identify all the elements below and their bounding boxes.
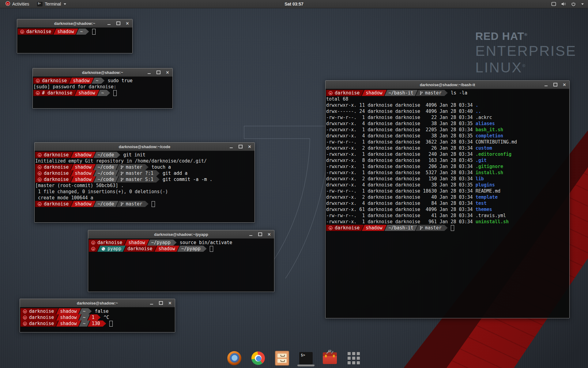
window-titlebar[interactable]: darknoise@shadow:~ ✕	[17, 19, 132, 28]
terminal-content[interactable]: darknoiseshadow~/codegit initInitialized…	[35, 151, 254, 222]
prompt-segment-user: darknoise	[35, 152, 73, 158]
minimize-button[interactable]	[248, 232, 253, 237]
firefox-icon	[227, 351, 241, 365]
ls-row: -rwxrwxr-x. 1 darknoise darknoise 206 Ja…	[326, 163, 569, 170]
ls-row: -rwxrwxr-x. 1 darknoise darknoise 961 Ja…	[326, 219, 569, 225]
command-text: ls -la	[451, 90, 467, 96]
output-line: total 68	[326, 96, 569, 102]
ls-filename: themes	[476, 207, 492, 212]
ls-row: drwxrwxr-x. 4 darknoise darknoise 38 Jan…	[326, 182, 569, 188]
toolbox-icon	[323, 352, 337, 364]
clock-area: Sat 03:57	[0, 2, 588, 6]
ls-filename: CONTRIBUTING.md	[476, 139, 517, 145]
window-titlebar[interactable]: darknoise@shadow:~/code ✕	[35, 143, 254, 151]
window-title: darknoise@shadow:~	[54, 21, 95, 26]
terminal-cursor	[210, 246, 213, 252]
maximize-button[interactable]	[258, 232, 262, 237]
dock-item-chrome[interactable]	[251, 350, 266, 366]
redhat-icon	[91, 247, 95, 251]
close-button[interactable]: ✕	[125, 21, 130, 26]
ls-row: -rwxrwxr-x. 1 darknoise darknoise 240 Ja…	[326, 151, 569, 157]
prompt-segment-host: shadow	[56, 314, 81, 320]
close-button[interactable]: ✕	[247, 144, 252, 149]
prompt-line: darknoiseshadow~/pyappsource bin/activat…	[89, 240, 273, 246]
prompt-segment-git: master	[416, 225, 448, 231]
terminal-cursor	[451, 225, 454, 231]
close-button[interactable]: ✕	[562, 82, 567, 87]
ls-row: drwxrwxr-x. 4 darknoise darknoise 84 Jan…	[326, 200, 569, 206]
redhat-icon	[38, 153, 42, 157]
window-title: darknoise@shadow:~/pyapp	[154, 232, 208, 237]
dock-item-firefox[interactable]	[227, 350, 242, 366]
terminal-cursor	[109, 321, 113, 327]
prompt-line: darknoiseshadow~/codegit init	[35, 152, 254, 158]
branch-icon	[120, 171, 124, 175]
close-button[interactable]: ✕	[165, 70, 170, 75]
window-titlebar[interactable]: darknoise@shadow:~ ✕	[33, 68, 172, 77]
output-line: [sudo] password for darknoise:	[33, 84, 172, 90]
prompt-segment-user: darknoise	[326, 90, 364, 96]
minimize-button[interactable]	[149, 301, 154, 305]
terminal-window: darknoise@shadow:~/pyapp ✕ darknoiseshad…	[88, 230, 274, 292]
redhat-icon	[20, 30, 24, 34]
prompt-line: darknoiseshadow~/codemastertouch a	[35, 164, 254, 170]
maximize-button[interactable]	[158, 301, 163, 305]
clock[interactable]: Sat 03:57	[285, 2, 303, 6]
output-line: [master (root-commit) 50bcb63] .	[35, 182, 254, 189]
prompt-segment-git: master	[116, 164, 149, 170]
maximize-button[interactable]	[116, 21, 121, 26]
prompt-segment-user: # darknoise	[33, 90, 77, 96]
maximize-button[interactable]	[553, 82, 558, 87]
redhat-icon	[38, 202, 42, 206]
dock-item-app-grid[interactable]	[346, 350, 361, 366]
window-titlebar[interactable]: darknoise@shadow:~ ✕	[20, 299, 175, 307]
terminal-content[interactable]: darknoiseshadow~sudo true[sudo] password…	[33, 77, 172, 108]
minimize-button[interactable]	[107, 21, 111, 26]
close-button[interactable]: ✕	[168, 301, 172, 305]
activities-button[interactable]: Activities	[2, 0, 32, 8]
terminal-content[interactable]: darknoiseshadow~/pyappsource bin/activat…	[88, 239, 274, 292]
dock-item-terminal[interactable]: $>	[299, 350, 313, 366]
terminal-window: darknoise@shadow:~/bash-it ✕ darknoisesh…	[325, 80, 570, 318]
prompt-segment-path: ~/pyapp	[147, 240, 176, 246]
chevron-down-icon	[64, 3, 66, 5]
terminal-content[interactable]: darknoiseshadow~/bash-itmasterls -latota…	[326, 89, 569, 318]
prompt-line: darknoiseshadow~sudo true	[33, 78, 172, 84]
terminal-content[interactable]: darknoiseshadow~	[17, 28, 132, 53]
prompt-segment-user: darknoise	[21, 314, 58, 320]
prompt-line: darknoiseshadow~/codemaster	[35, 201, 254, 207]
prompt-segment-host: shadow	[71, 170, 96, 176]
command-text: git commit -a -m .	[163, 176, 213, 182]
dock-item-files[interactable]	[275, 350, 289, 366]
prompt-line: darknoiseshadow~1^C	[21, 314, 174, 320]
maximize-button[interactable]	[156, 70, 161, 75]
terminal-content[interactable]: darknoiseshadow~falsedarknoiseshadow~1^C…	[20, 307, 175, 332]
python-icon	[101, 247, 105, 251]
maximize-button[interactable]	[238, 144, 243, 149]
close-button[interactable]: ✕	[267, 232, 272, 237]
command-text: git init	[123, 152, 145, 158]
ls-row: drwxrwxr-x. 2 darknoise darknoise 150 Ja…	[326, 176, 569, 182]
prompt-segment-host: shadow	[71, 201, 96, 207]
window-titlebar[interactable]: darknoise@shadow:~/bash-it ✕	[326, 81, 569, 89]
ls-filename: uninstall.sh	[476, 219, 509, 224]
app-menu-terminal[interactable]: $> Terminal	[34, 0, 69, 8]
ls-row: drwxrwxr-x. 11 darknoise darknoise 4096 …	[326, 102, 569, 108]
minimize-button[interactable]	[544, 82, 548, 87]
prompt-segment-git: master	[116, 201, 149, 207]
prompt-segment-path: ~/bash-it	[384, 90, 417, 96]
prompt-line: darknoiseshadow~/codemaster S:1git commi…	[35, 176, 254, 182]
prompt-segment-exit: 1	[88, 314, 101, 320]
ls-filename: bash_it.sh	[476, 127, 503, 132]
prompt-segment-user: darknoise	[35, 170, 73, 176]
dock-item-toolbox[interactable]	[322, 350, 337, 366]
prompt-segment-path: ~	[79, 308, 92, 314]
prompt-segment-git: master	[416, 90, 448, 96]
minimize-button[interactable]	[147, 70, 152, 75]
window-titlebar[interactable]: darknoise@shadow:~/pyapp ✕	[88, 230, 274, 239]
window-title: darknoise@shadow:~/bash-it	[420, 82, 475, 87]
ls-row: drwxrwxr-x. 2 darknoise darknoise 26 Jan…	[326, 145, 569, 151]
minimize-button[interactable]	[229, 144, 234, 149]
redhat-icon	[6, 1, 10, 7]
system-status-area[interactable]	[551, 2, 588, 6]
